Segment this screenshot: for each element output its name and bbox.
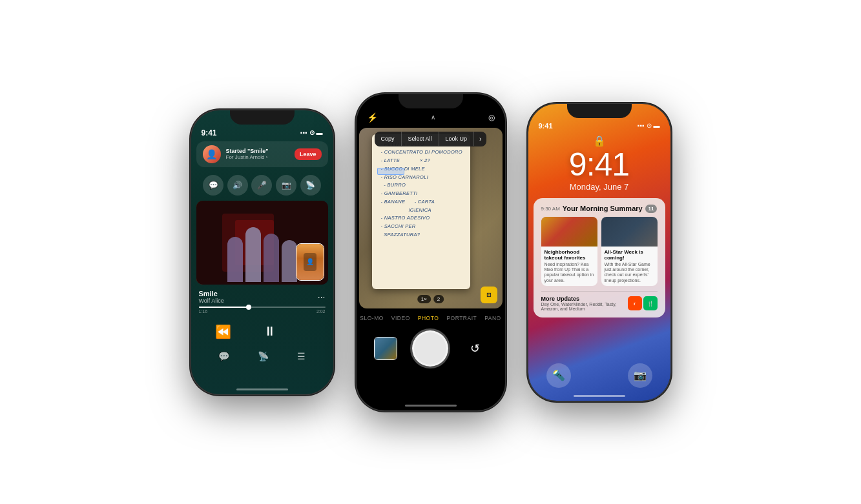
p1-facetime-banner[interactable]: 👤 Started "Smile" For Justin Arnold › Le… (196, 141, 328, 167)
p1-facetime-thumbnail: 👤 (296, 243, 324, 281)
p2-flash-icon[interactable]: ⚡ (367, 112, 378, 123)
p2-mode-slomo[interactable]: SLO-MO (360, 315, 384, 321)
p3-article-1-desc: Need inspiration? Kea Mao from Up Thai i… (545, 262, 594, 284)
p2-note-line-2: - CONCENTRATO DI POMODORO (381, 148, 464, 157)
p3-signal-icon: ▪▪▪ (638, 122, 645, 129)
p3-article-1[interactable]: Neighborhood takeout favorites Need insp… (541, 217, 597, 287)
p1-pause-button[interactable]: ⏸ (258, 320, 282, 343)
p2-shutter-button[interactable] (412, 330, 448, 367)
phone1-screen: 9:41 ▪▪▪ ⊙ ▬ 👤 Started "Smile" For Justi… (191, 110, 333, 394)
p2-note-line-8: - BANANE - CARTA (381, 198, 464, 207)
p2-selection-tooltip: Copy Select All Look Up › (375, 132, 487, 146)
wifi-icon: ⊙ (309, 129, 315, 136)
p1-song-info: Smile Wolf Alice ··· (191, 285, 333, 305)
p2-mode-selector: SLO-MO VIDEO PHOTO PORTRAIT PANO (357, 308, 505, 325)
p3-notif-time: 9:30 AM (541, 206, 560, 212)
p3-bottom-buttons: 🔦 📷 (528, 363, 670, 388)
p3-status-icons: ▪▪▪ ⊙ ▬ (638, 122, 660, 129)
p1-home-indicator (236, 388, 288, 390)
p3-status-time: 9:41 (539, 122, 553, 130)
p2-look-up-button[interactable]: Look Up (439, 132, 475, 146)
p3-more-text: More Updates Day One, WaterMinder, Reddi… (541, 296, 624, 311)
p2-note-line-6: - BURRO (381, 181, 464, 190)
p2-viewfinder: - PETTI DI POLLO - CONCENTRATO DI POMODO… (359, 128, 503, 308)
p2-settings-icon[interactable]: ◎ (488, 113, 495, 122)
p1-progress-bar (199, 307, 326, 308)
p1-progress-fill (199, 307, 249, 308)
p2-mode-portrait[interactable]: PORTRAIT (446, 315, 477, 321)
p2-text-highlight (377, 168, 404, 175)
p3-camera-button[interactable]: 📷 (628, 363, 652, 388)
p2-livetext-icon[interactable]: ⊡ (481, 287, 497, 303)
p3-article-2-title: All-Star Week is coming! (605, 249, 654, 261)
p1-song-artist: Wolf Alice (199, 297, 224, 304)
p1-chat-icon[interactable]: 💬 (203, 175, 223, 196)
p2-home-indicator (405, 405, 457, 407)
p1-more-button[interactable]: ··· (318, 292, 326, 301)
p3-more-updates: More Updates Day One, WaterMinder, Reddi… (541, 291, 658, 311)
p1-audio-icon[interactable]: 🔊 (227, 175, 248, 196)
p1-facetime-controls: 💬 🔊 🎤 📷 📡 (191, 172, 333, 201)
p2-note-line-7: - GAMBERETTI (381, 190, 464, 198)
p2-select-all-button[interactable]: Select All (402, 132, 439, 146)
p1-queue-button[interactable]: ☰ (297, 351, 306, 361)
p3-more-icons: r 🍴 (628, 296, 658, 310)
battery-icon: ▬ (316, 129, 323, 136)
p3-flashlight-button[interactable]: 🔦 (546, 363, 571, 388)
p2-copy-button[interactable]: Copy (375, 132, 402, 146)
phone-1: 9:41 ▪▪▪ ⊙ ▬ 👤 Started "Smile" For Justi… (191, 110, 333, 394)
p1-share-icon[interactable]: 📡 (300, 175, 321, 196)
p1-mic-icon[interactable]: 🎤 (251, 175, 272, 196)
p1-messages-button[interactable]: 💬 (218, 351, 229, 361)
p2-mode-photo[interactable]: PHOTO (418, 315, 439, 321)
p2-note-line-11: - SACCHI PER (381, 223, 464, 231)
p1-progress-container[interactable]: 1:16 2:02 (191, 305, 333, 315)
notch (230, 110, 295, 125)
p1-leave-button[interactable]: Leave (295, 148, 322, 160)
p1-rewind-button[interactable]: ⏪ (215, 324, 231, 339)
p1-airplay-button[interactable]: 📡 (258, 351, 269, 361)
signal-icon: ▪▪▪ (300, 129, 307, 136)
phone-2: ⚡ ∧ ◎ - PETTI DI POLLO - CONCENTRATO DI … (357, 94, 505, 410)
notch3 (567, 104, 632, 118)
p2-chevron-icon[interactable]: ∧ (431, 114, 435, 121)
p2-counter: 1× 2 (417, 295, 444, 303)
p3-battery-icon: ▬ (654, 122, 660, 129)
p1-banner-title: Started "Smile" (226, 148, 289, 154)
p1-current-time: 1:16 (199, 309, 208, 314)
p1-video-icon[interactable]: 📷 (276, 175, 296, 196)
p2-note-line-9: IGIENICA (381, 207, 464, 215)
p3-article-2[interactable]: All-Star Week is coming! With the All-St… (601, 217, 658, 287)
p3-article-2-body: All-Star Week is coming! With the All-St… (601, 247, 658, 287)
p1-time: 9:41 (202, 128, 217, 137)
p3-notif-header: 9:30 AM Your Morning Summary 11 (541, 205, 658, 213)
p1-song-title: Smile (199, 290, 224, 297)
p2-flip-camera-button[interactable]: ↺ (464, 337, 487, 360)
p3-home-indicator (574, 395, 625, 397)
p1-status-icons: ▪▪▪ ⊙ ▬ (300, 129, 323, 136)
p1-bottom-controls: 💬 📡 ☰ (191, 347, 333, 368)
p3-article-1-title: Neighborhood takeout favorites (545, 249, 594, 261)
p2-counter-badge: 1× (417, 295, 431, 303)
p1-banner-text: Started "Smile" For Justin Arnold › (226, 148, 289, 160)
phone2-screen: ⚡ ∧ ◎ - PETTI DI POLLO - CONCENTRATO DI … (357, 94, 505, 410)
p1-song-details: Smile Wolf Alice (199, 290, 224, 304)
p2-gallery-thumbnail[interactable] (374, 337, 397, 360)
p1-album-art: 👤 (196, 201, 328, 285)
notch2 (399, 94, 463, 108)
p1-total-time: 2:02 (316, 309, 326, 314)
p1-playback-controls: ⏪ ⏸ (191, 315, 333, 347)
p3-wifi-icon: ⊙ (647, 122, 652, 129)
p3-more-desc: Day One, WaterMinder, Reddit, Tasty, Ama… (541, 302, 624, 311)
p2-camera-controls: ↺ (357, 325, 505, 374)
p3-article-1-image (541, 217, 597, 247)
p3-notification-card[interactable]: 9:30 AM Your Morning Summary 11 Neighbor… (534, 198, 665, 318)
p1-progress-times: 1:16 2:02 (199, 309, 326, 314)
p3-reddit-icon: r (628, 296, 642, 310)
p2-tooltip-more-icon[interactable]: › (474, 132, 486, 146)
p3-article-2-image (601, 217, 658, 247)
p1-avatar: 👤 (203, 145, 221, 163)
p3-date: Monday, June 7 (528, 182, 670, 192)
p2-mode-pano[interactable]: PANO (484, 315, 501, 321)
p2-mode-video[interactable]: VIDEO (391, 315, 410, 321)
